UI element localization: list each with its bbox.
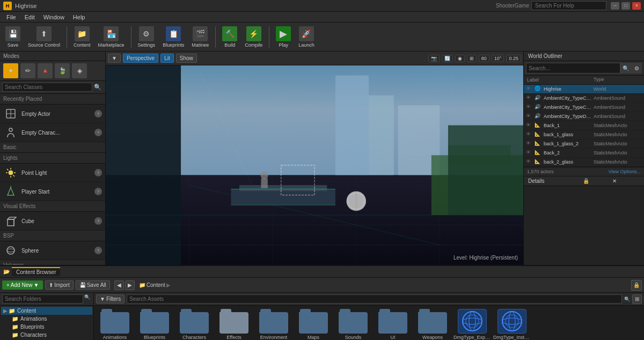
landscape-mode-icon[interactable]: 🔺 [38, 63, 53, 78]
eye-icon[interactable]: 👁 [526, 95, 533, 101]
outliner-settings-icon[interactable]: ⚙ [631, 63, 642, 73]
menu-edit[interactable]: Edit [20, 13, 39, 21]
viewport[interactable]: X Y Z Level: Highrise (Persistent) [106, 65, 523, 265]
minimize-button[interactable]: ─ [611, 2, 619, 10]
menu-file[interactable]: File [2, 13, 20, 21]
empty-character-item[interactable]: Empty Charac... ? [0, 123, 105, 142]
matinee-button[interactable]: 🎬 Matinee [188, 25, 212, 49]
details-close-icon[interactable]: ✕ [612, 178, 640, 184]
volumes-section[interactable]: Volumes [0, 260, 105, 265]
settings-button[interactable]: ⚙ Settings [135, 25, 159, 49]
asset-animations[interactable]: Animations [96, 308, 134, 340]
tree-item-animations[interactable]: 📁 Animations [1, 315, 92, 323]
search-classes-input[interactable] [2, 83, 92, 92]
paint-mode-icon[interactable]: ✏ [20, 63, 35, 78]
nav-back-button[interactable]: ◀ [114, 280, 124, 290]
asset-blueprints[interactable]: Blueprints [136, 308, 173, 340]
outliner-row-ambient1[interactable]: 👁 🔊 AmbientCity_TypeC_Stereo AmbientSoun… [524, 94, 644, 103]
asset-environment[interactable]: Environment [255, 308, 292, 340]
asset-dmgtype-explosion[interactable]: DmgType_Explosion [453, 308, 491, 340]
recently-placed-section[interactable]: Recently Placed [0, 94, 105, 105]
vp-control-5[interactable]: 80 [479, 55, 489, 62]
foliage-mode-icon[interactable]: 🍃 [55, 63, 70, 78]
eye-icon-3[interactable]: 👁 [526, 113, 533, 120]
outliner-row-ambient3[interactable]: 👁 🔊 AmbientCity_TypeD_Stereo_{Amb... Amb… [524, 112, 644, 121]
vp-scale-control[interactable]: 0.25 [506, 55, 521, 62]
vp-control-6[interactable]: 10° [492, 55, 504, 62]
source-control-button[interactable]: ⬆ Source Control [25, 25, 63, 49]
tree-item-characters[interactable]: 📁 Characters [1, 331, 92, 339]
empty-actor-info[interactable]: ? [94, 110, 102, 117]
filters-button[interactable]: ▼ Filters [96, 294, 125, 304]
tree-item-content[interactable]: ▶ 📁 Content [1, 307, 92, 315]
basic-section[interactable]: Basic [0, 142, 105, 153]
vp-control-4[interactable]: ⊞ [467, 55, 477, 62]
menu-window[interactable]: Window [39, 13, 69, 21]
asset-ui[interactable]: UI [374, 308, 412, 340]
asset-dmgtype-instant[interactable]: DmgType_Instant [493, 308, 531, 340]
help-search-input[interactable] [531, 1, 606, 10]
breadcrumb-content[interactable]: Content [147, 282, 165, 288]
vp-control-2[interactable]: 🔄 [442, 55, 453, 62]
empty-character-info[interactable]: ? [94, 129, 102, 136]
empty-actor-item[interactable]: Empty Actor ? [0, 105, 105, 123]
outliner-row-back1[interactable]: 👁 📐 Back_1 StaticMeshActo [524, 121, 644, 130]
eye-icon-4[interactable]: 👁 [526, 122, 533, 129]
asset-characters[interactable]: Characters [175, 308, 213, 340]
compile-button[interactable]: ⚡ Compile [241, 25, 266, 49]
launch-button[interactable]: 🚀 Launch [295, 25, 318, 49]
assets-view-icon[interactable]: ⊞ [632, 294, 642, 304]
point-light-info[interactable]: ? [94, 169, 102, 176]
content-button[interactable]: 📁 Content [70, 25, 94, 49]
eye-icon-6[interactable]: 👁 [526, 141, 533, 147]
player-start-info[interactable]: ? [94, 188, 102, 195]
eye-icon-7[interactable]: 👁 [526, 150, 533, 156]
import-button[interactable]: ⬆ Import [45, 280, 73, 290]
sphere-item[interactable]: Sphere ? [0, 241, 105, 260]
geometry-mode-icon[interactable]: ◈ [72, 63, 87, 78]
lit-button[interactable]: Lit [160, 54, 174, 63]
outliner-search-input[interactable] [526, 63, 620, 73]
content-browser-tab[interactable]: Content Browser [12, 267, 60, 276]
details-lock-icon[interactable]: 🔒 [583, 178, 610, 184]
bsp-section[interactable]: BSP [0, 231, 105, 241]
outliner-row-highrise[interactable]: 👁 🌐 Highrise World [524, 85, 644, 94]
cb-lock-button[interactable]: 🔒 [631, 280, 642, 291]
outliner-row-back1glass[interactable]: 👁 📐 back_1_glass StaticMeshActo [524, 130, 644, 139]
cube-info[interactable]: ? [94, 217, 102, 225]
assets-search-input[interactable] [127, 294, 622, 304]
search-folders-input[interactable] [2, 294, 83, 304]
maximize-button[interactable]: □ [621, 2, 630, 10]
eye-icon[interactable]: 👁 [526, 86, 533, 92]
outliner-row-ambient2[interactable]: 👁 🔊 AmbientCity_TypeC_Stereo_{Amb... Amb… [524, 103, 644, 112]
outliner-row-back2glass[interactable]: 👁 📐 back_2_glass StaticMeshActo [524, 158, 644, 167]
eye-icon[interactable]: 👁 [526, 104, 533, 110]
player-start-item[interactable]: Player Start ? [0, 182, 105, 201]
add-new-button[interactable]: + Add New ▼ [2, 280, 43, 290]
eye-icon-8[interactable]: 👁 [526, 159, 533, 165]
point-light-item[interactable]: Point Light ? [0, 164, 105, 182]
nav-forward-button[interactable]: ▶ [125, 280, 135, 290]
close-button[interactable]: ✕ [632, 2, 641, 10]
visual-effects-section[interactable]: Visual Effects [0, 201, 105, 212]
sphere-info[interactable]: ? [94, 247, 102, 254]
menu-help[interactable]: Help [69, 13, 90, 21]
save-button[interactable]: 💾 Save [2, 25, 24, 49]
view-options-button[interactable]: View Options... [609, 169, 641, 174]
outliner-row-back1glass2[interactable]: 👁 📐 back_1_glass_2 StaticMeshActo [524, 139, 644, 149]
place-mode-icon[interactable]: ✦ [3, 63, 18, 78]
eye-icon-5[interactable]: 👁 [526, 131, 533, 138]
lights-section[interactable]: Lights [0, 153, 105, 164]
build-button[interactable]: 🔨 Build [219, 25, 240, 49]
asset-sounds[interactable]: Sounds [334, 308, 372, 340]
show-button[interactable]: Show [176, 54, 197, 63]
asset-weapons[interactable]: Weapons [414, 308, 451, 340]
vp-control-3[interactable]: ◉ [455, 55, 465, 62]
perspective-button[interactable]: Perspective [123, 54, 158, 63]
asset-maps[interactable]: Maps [295, 308, 332, 340]
outliner-row-back2[interactable]: 👁 📐 Back_2 StaticMeshActo [524, 149, 644, 158]
blueprints-button[interactable]: 📋 Blueprints [159, 25, 187, 49]
save-all-button[interactable]: 💾 Save All [76, 280, 110, 290]
cube-item[interactable]: Cube ? [0, 212, 105, 231]
viewport-menu-button[interactable]: ▼ [108, 54, 121, 63]
